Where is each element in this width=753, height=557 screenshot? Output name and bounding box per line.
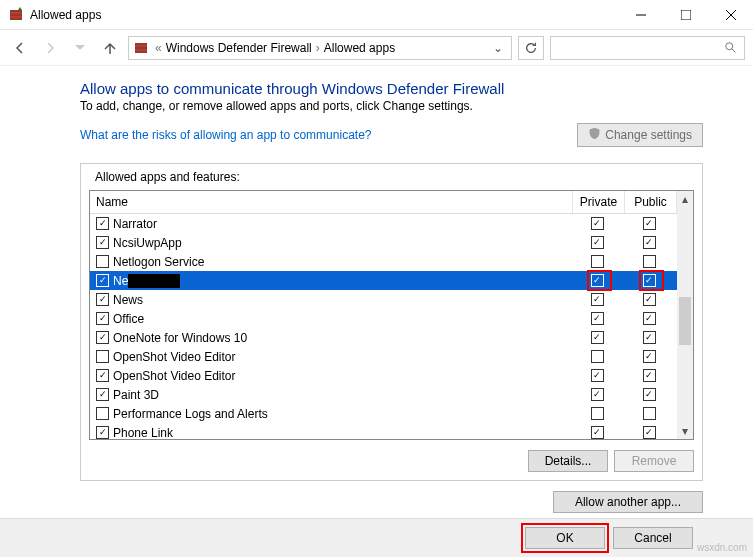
table-row[interactable]: NcsiUwpApp: [90, 233, 677, 252]
scroll-track[interactable]: [677, 207, 693, 423]
private-checkbox[interactable]: [591, 274, 604, 287]
close-button[interactable]: [708, 0, 753, 30]
page-heading: Allow apps to communicate through Window…: [80, 80, 703, 97]
scroll-down-icon[interactable]: ▾: [677, 423, 693, 439]
breadcrumb-firewall[interactable]: Windows Defender Firewall: [164, 41, 314, 55]
enable-checkbox[interactable]: [96, 293, 109, 306]
grid-header: Name Private Public: [90, 191, 677, 214]
col-private[interactable]: Private: [573, 191, 625, 213]
group-label: Allowed apps and features:: [91, 170, 244, 184]
forward-button[interactable]: [38, 36, 62, 60]
up-button[interactable]: [98, 36, 122, 60]
change-settings-label: Change settings: [605, 128, 692, 142]
search-icon: [724, 41, 738, 55]
table-row[interactable]: Netlogon Service: [90, 252, 677, 271]
scrollbar[interactable]: ▴ ▾: [677, 191, 693, 439]
back-button[interactable]: [8, 36, 32, 60]
public-checkbox[interactable]: [643, 426, 656, 439]
address-dropdown[interactable]: ⌄: [489, 41, 507, 55]
change-settings-button[interactable]: Change settings: [577, 123, 703, 147]
table-row[interactable]: OneNote for Windows 10: [90, 328, 677, 347]
ok-button[interactable]: OK: [525, 527, 605, 549]
app-name: Netlogon Service: [113, 255, 573, 269]
public-checkbox[interactable]: [643, 217, 656, 230]
enable-checkbox[interactable]: [96, 388, 109, 401]
enable-checkbox[interactable]: [96, 255, 109, 268]
table-row[interactable]: Phone Link: [90, 423, 677, 439]
private-checkbox[interactable]: [591, 331, 604, 344]
private-checkbox[interactable]: [591, 388, 604, 401]
private-checkbox[interactable]: [591, 236, 604, 249]
public-checkbox[interactable]: [643, 255, 656, 268]
cancel-button[interactable]: Cancel: [613, 527, 693, 549]
private-checkbox[interactable]: [591, 407, 604, 420]
enable-checkbox[interactable]: [96, 274, 109, 287]
table-row[interactable]: Nexxxxxxxx: [90, 271, 677, 290]
scroll-up-icon[interactable]: ▴: [677, 191, 693, 207]
refresh-button[interactable]: [518, 36, 544, 60]
enable-checkbox[interactable]: [96, 312, 109, 325]
public-checkbox[interactable]: [643, 350, 656, 363]
watermark: wsxdn.com: [697, 542, 747, 553]
private-checkbox[interactable]: [591, 293, 604, 306]
allow-another-app-button[interactable]: Allow another app...: [553, 491, 703, 513]
enable-checkbox[interactable]: [96, 217, 109, 230]
app-name: Paint 3D: [113, 388, 573, 402]
table-row[interactable]: Narrator: [90, 214, 677, 233]
table-row[interactable]: OpenShot Video Editor: [90, 366, 677, 385]
maximize-button[interactable]: [663, 0, 708, 30]
window-title: Allowed apps: [30, 8, 618, 22]
private-checkbox[interactable]: [591, 426, 604, 439]
private-checkbox[interactable]: [591, 217, 604, 230]
allowed-apps-group: Allowed apps and features: Name Private …: [80, 163, 703, 481]
public-checkbox[interactable]: [643, 407, 656, 420]
public-checkbox[interactable]: [643, 331, 656, 344]
public-checkbox[interactable]: [643, 274, 656, 287]
public-checkbox[interactable]: [643, 236, 656, 249]
table-row[interactable]: News: [90, 290, 677, 309]
breadcrumb-allowed-apps[interactable]: Allowed apps: [322, 41, 397, 55]
app-name: Performance Logs and Alerts: [113, 407, 573, 421]
shield-icon: [588, 127, 601, 143]
breadcrumb-separator: «: [153, 41, 164, 55]
public-checkbox[interactable]: [643, 293, 656, 306]
table-row[interactable]: Paint 3D: [90, 385, 677, 404]
enable-checkbox[interactable]: [96, 350, 109, 363]
public-checkbox[interactable]: [643, 369, 656, 382]
recent-dropdown[interactable]: [68, 36, 92, 60]
firewall-icon: [133, 40, 149, 56]
minimize-button[interactable]: [618, 0, 663, 30]
public-checkbox[interactable]: [643, 388, 656, 401]
table-row[interactable]: Office: [90, 309, 677, 328]
col-name[interactable]: Name: [90, 191, 573, 213]
firewall-icon: [8, 7, 24, 23]
nav-row: « Windows Defender Firewall › Allowed ap…: [0, 30, 753, 66]
app-name: OpenShot Video Editor: [113, 369, 573, 383]
private-checkbox[interactable]: [591, 255, 604, 268]
app-name: NcsiUwpApp: [113, 236, 573, 250]
page-subtext: To add, change, or remove allowed apps a…: [80, 99, 703, 113]
public-checkbox[interactable]: [643, 312, 656, 325]
chevron-right-icon: ›: [314, 41, 322, 55]
enable-checkbox[interactable]: [96, 426, 109, 439]
enable-checkbox[interactable]: [96, 331, 109, 344]
address-bar[interactable]: « Windows Defender Firewall › Allowed ap…: [128, 36, 512, 60]
enable-checkbox[interactable]: [96, 407, 109, 420]
table-row[interactable]: Performance Logs and Alerts: [90, 404, 677, 423]
scroll-thumb[interactable]: [679, 297, 691, 345]
private-checkbox[interactable]: [591, 369, 604, 382]
dialog-footer: OK Cancel: [0, 518, 753, 557]
table-row[interactable]: OpenShot Video Editor: [90, 347, 677, 366]
enable-checkbox[interactable]: [96, 236, 109, 249]
details-button[interactable]: Details...: [528, 450, 608, 472]
enable-checkbox[interactable]: [96, 369, 109, 382]
app-name: Nexxxxxxxx: [113, 274, 573, 288]
private-checkbox[interactable]: [591, 312, 604, 325]
app-name: OpenShot Video Editor: [113, 350, 573, 364]
risks-link[interactable]: What are the risks of allowing an app to…: [80, 128, 371, 142]
search-box[interactable]: [550, 36, 745, 60]
col-public[interactable]: Public: [625, 191, 677, 213]
private-checkbox[interactable]: [591, 350, 604, 363]
app-name: Phone Link: [113, 426, 573, 440]
app-name: News: [113, 293, 573, 307]
